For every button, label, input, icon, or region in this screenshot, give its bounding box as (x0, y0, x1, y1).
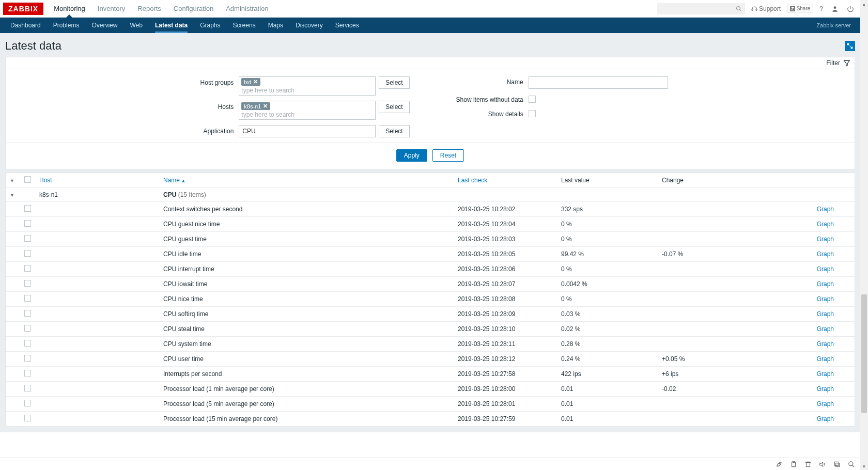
remove-token-icon[interactable]: ✕ (263, 103, 268, 109)
help-button[interactable]: ? (817, 5, 825, 12)
row-checkbox[interactable] (24, 265, 31, 272)
row-checkbox[interactable] (24, 250, 31, 257)
row-checkbox[interactable] (24, 220, 31, 227)
graph-link[interactable]: Graph (817, 355, 834, 363)
col-name[interactable]: Name (159, 173, 454, 188)
graph-link[interactable]: Graph (817, 325, 834, 333)
item-name[interactable]: CPU iowait time (159, 277, 454, 292)
group-host[interactable]: k8s-n1 (35, 188, 159, 202)
show-without-checkbox[interactable] (529, 96, 536, 103)
row-checkbox[interactable] (24, 295, 31, 302)
hostgroups-input[interactable]: lxd✕ (239, 76, 376, 96)
row-checkbox[interactable] (24, 310, 31, 317)
row-checkbox[interactable] (24, 280, 31, 287)
graph-link[interactable]: Graph (817, 236, 834, 243)
graph-link[interactable]: Graph (817, 295, 834, 303)
scroll-down-icon[interactable]: ▾ (860, 462, 868, 470)
graph-link[interactable]: Graph (817, 340, 834, 348)
graph-link[interactable]: Graph (817, 250, 834, 258)
graph-link[interactable]: Graph (817, 206, 834, 213)
hosts-select-button[interactable]: Select (379, 101, 409, 113)
row-checkbox[interactable] (24, 325, 31, 332)
row-checkbox[interactable] (24, 385, 31, 391)
graph-link[interactable]: Graph (817, 400, 834, 408)
server-name[interactable]: Zabbix server (816, 22, 856, 28)
item-name[interactable]: CPU user time (159, 352, 454, 367)
main-nav-monitoring[interactable]: Monitoring (48, 0, 91, 17)
host-token[interactable]: k8s-n1✕ (241, 102, 270, 110)
filter-toggle[interactable]: Filter (5, 57, 855, 69)
row-checkbox[interactable] (24, 235, 31, 242)
show-details-checkbox[interactable] (529, 110, 536, 117)
item-name[interactable]: Processor load (1 min average per core) (159, 382, 454, 397)
collapse-group-icon[interactable]: ▼ (10, 193, 16, 198)
tool-volume-icon[interactable] (819, 461, 826, 468)
reset-button[interactable]: Reset (432, 149, 464, 162)
item-name[interactable]: CPU nice time (159, 292, 454, 307)
graph-link[interactable]: Graph (817, 221, 834, 228)
select-all-checkbox[interactable] (24, 176, 31, 183)
hosts-text[interactable] (241, 111, 373, 118)
main-nav-inventory[interactable]: Inventory (91, 0, 131, 17)
col-host[interactable]: Host (35, 173, 159, 188)
scroll-up-icon[interactable]: ▴ (860, 0, 868, 8)
application-input[interactable] (239, 125, 376, 137)
item-name[interactable]: CPU guest nice time (159, 217, 454, 232)
item-name[interactable]: CPU interrupt time (159, 262, 454, 277)
scroll-thumb[interactable] (861, 294, 867, 413)
name-input[interactable] (529, 76, 668, 89)
sub-nav-web[interactable]: Web (123, 18, 148, 33)
graph-link[interactable]: Graph (817, 385, 834, 393)
graph-link[interactable]: Graph (817, 280, 834, 288)
browser-scrollbar[interactable]: ▴ ▾ (860, 0, 868, 470)
main-nav-configuration[interactable]: Configuration (167, 0, 220, 17)
row-checkbox[interactable] (24, 415, 31, 421)
tool-clipboard-icon[interactable] (790, 461, 797, 468)
col-last-check[interactable]: Last check (454, 173, 557, 188)
item-name[interactable]: Context switches per second (159, 202, 454, 217)
item-name[interactable]: Processor load (5 min average per core) (159, 397, 454, 412)
remove-token-icon[interactable]: ✕ (253, 79, 258, 85)
fullscreen-button[interactable] (845, 41, 855, 51)
logo[interactable]: ZABBIX (3, 3, 43, 15)
item-name[interactable]: CPU guest time (159, 232, 454, 247)
sub-nav-latest-data[interactable]: Latest data (149, 18, 194, 33)
tool-search-icon[interactable] (848, 461, 855, 468)
main-nav-reports[interactable]: Reports (131, 0, 167, 17)
sub-nav-graphs[interactable]: Graphs (194, 18, 226, 33)
item-name[interactable]: Interrupts per second (159, 367, 454, 382)
hostgroups-text[interactable] (241, 87, 373, 94)
hostgroup-token[interactable]: lxd✕ (241, 78, 260, 86)
item-name[interactable]: CPU idle time (159, 247, 454, 262)
main-nav-administration[interactable]: Administration (220, 0, 274, 17)
graph-link[interactable]: Graph (817, 265, 834, 273)
row-checkbox[interactable] (24, 370, 31, 377)
row-checkbox[interactable] (24, 340, 31, 347)
sub-nav-services[interactable]: Services (329, 18, 365, 33)
graph-link[interactable]: Graph (817, 310, 834, 318)
application-select-button[interactable]: Select (379, 125, 409, 137)
item-name[interactable]: CPU steal time (159, 322, 454, 337)
user-button[interactable] (829, 5, 841, 12)
row-checkbox[interactable] (24, 205, 31, 212)
tool-copy-icon[interactable] (833, 461, 841, 468)
sub-nav-dashboard[interactable]: Dashboard (4, 18, 47, 33)
apply-button[interactable]: Apply (396, 149, 427, 162)
graph-link[interactable]: Graph (817, 415, 834, 422)
sub-nav-screens[interactable]: Screens (227, 18, 262, 33)
hosts-input[interactable]: k8s-n1✕ (239, 101, 376, 120)
row-checkbox[interactable] (24, 400, 31, 406)
sub-nav-overview[interactable]: Overview (85, 18, 123, 33)
tool-trash-icon[interactable] (804, 461, 812, 468)
sub-nav-maps[interactable]: Maps (262, 18, 289, 33)
item-name[interactable]: CPU system time (159, 337, 454, 352)
tool-rocket-icon[interactable] (776, 461, 783, 468)
global-search[interactable] (657, 3, 745, 14)
collapse-all-icon[interactable]: ▼ (10, 178, 16, 183)
item-name[interactable]: Processor load (15 min average per core) (159, 412, 454, 427)
support-link[interactable]: Support (749, 5, 783, 12)
item-name[interactable]: CPU softirq time (159, 307, 454, 322)
logout-button[interactable] (845, 5, 856, 12)
hostgroups-select-button[interactable]: Select (379, 76, 409, 89)
sub-nav-discovery[interactable]: Discovery (289, 18, 329, 33)
